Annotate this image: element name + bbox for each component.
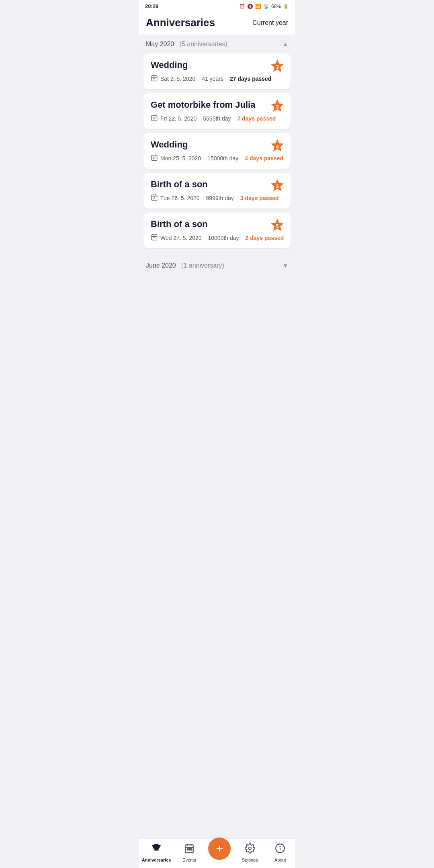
month-title-june2020: June 2020 (1 anniversary)	[146, 262, 224, 269]
cards-may2020: Wedding Sat 2. 5. 2020	[139, 53, 295, 252]
calendar-icon-3	[151, 154, 158, 162]
card-date-2: Fri 22. 5. 2020	[151, 114, 197, 123]
card-meta-1: Sat 2. 5. 2020 41 years 27 days passed	[151, 74, 284, 83]
month-header-may2020[interactable]: May 2020 (5 anniversaries) ▲	[139, 35, 295, 53]
signal-icon: 📡	[263, 4, 269, 9]
calendar-icon-1	[151, 74, 158, 83]
star-badge-4: 3	[270, 178, 285, 194]
years-text-5: 10000th day	[208, 235, 239, 241]
star-badge-1: 3	[270, 59, 285, 74]
star-number-1: 3	[276, 64, 278, 70]
years-text-4: 9999th day	[206, 195, 234, 201]
card-motorbike[interactable]: Get motorbike from Julia Fr	[143, 93, 291, 129]
card-title-3: Wedding	[151, 139, 284, 150]
card-meta-2: Fri 22. 5. 2020 5555th day 7 days passed	[151, 114, 284, 123]
filter-button[interactable]: Current year	[252, 19, 288, 27]
star-number-2: 3	[276, 104, 278, 110]
section-june2020: June 2020 (1 anniversary) ▼	[139, 256, 295, 275]
card-meta-3: Mon 25. 5. 2020 15000th day 4 days passe…	[151, 154, 284, 162]
days-text-4: 3 days passed	[240, 195, 279, 201]
years-text-3: 15000th day	[207, 155, 238, 162]
days-text-3: 4 days passed	[245, 155, 283, 162]
card-birth-1[interactable]: Birth of a son Tue 26. 5. 2	[143, 173, 291, 209]
mute-icon: 🔇	[247, 4, 253, 9]
card-birth-2[interactable]: Birth of a son Wed 27. 5. 2	[143, 213, 291, 248]
main-content: May 2020 (5 anniversaries) ▲ Wedding	[139, 35, 295, 315]
star-badge-2: 3	[270, 99, 285, 114]
card-title-1: Wedding	[151, 60, 284, 70]
date-text-2: Fri 22. 5. 2020	[160, 115, 197, 122]
date-text-5: Wed 27. 5. 2020	[160, 235, 201, 241]
days-text-1: 27 days passed	[230, 76, 272, 82]
card-date-1: Sat 2. 5. 2020	[151, 74, 195, 83]
date-text-3: Mon 25. 5. 2020	[160, 155, 201, 162]
star-number-5: 5	[276, 223, 278, 229]
days-text-5: 2 days passed	[246, 235, 284, 241]
date-text-4: Tue 26. 5. 2020	[160, 195, 200, 201]
star-number-4: 3	[276, 183, 278, 189]
star-badge-3: 4	[270, 139, 285, 154]
wifi-icon: 📶	[255, 4, 261, 9]
month-title-may2020: May 2020 (5 anniversaries)	[146, 41, 227, 48]
date-text-1: Sat 2. 5. 2020	[160, 76, 195, 82]
years-text-2: 5555th day	[203, 115, 231, 122]
app-header: Anniversaries Current year	[139, 12, 295, 35]
years-text-1: 41 years	[202, 76, 223, 82]
calendar-icon-5	[151, 233, 158, 242]
days-text-2: 7 days passed	[237, 115, 276, 122]
card-date-3: Mon 25. 5. 2020	[151, 154, 201, 162]
card-meta-5: Wed 27. 5. 2020 10000th day 2 days passe…	[151, 233, 284, 242]
status-icons: ⏰ 🔇 📶 📡 68% 🔋	[239, 4, 289, 9]
battery-icon: 🔋	[283, 4, 289, 9]
card-title-4: Birth of a son	[151, 179, 284, 190]
battery-text: 68%	[271, 4, 281, 9]
card-wedding-2[interactable]: Wedding Mon 25. 5. 2020	[143, 133, 291, 169]
chevron-may2020: ▲	[283, 41, 288, 47]
card-title-2: Get motorbike from Julia	[151, 100, 284, 110]
calendar-icon-4	[151, 194, 158, 202]
card-title-5: Birth of a son	[151, 219, 284, 229]
section-may2020: May 2020 (5 anniversaries) ▲ Wedding	[139, 35, 295, 252]
star-number-3: 4	[276, 143, 278, 149]
alarm-icon: ⏰	[239, 4, 245, 9]
page-title: Anniversaries	[146, 16, 215, 29]
star-badge-5: 5	[270, 218, 285, 233]
card-date-4: Tue 26. 5. 2020	[151, 194, 200, 202]
status-bar: 20:29 ⏰ 🔇 📶 📡 68% 🔋	[139, 0, 295, 12]
month-header-june2020[interactable]: June 2020 (1 anniversary) ▼	[139, 256, 295, 275]
card-date-5: Wed 27. 5. 2020	[151, 233, 201, 242]
status-time: 20:29	[145, 3, 158, 9]
calendar-icon-2	[151, 114, 158, 123]
chevron-june2020: ▼	[283, 262, 288, 269]
card-wedding-1[interactable]: Wedding Sat 2. 5. 2020	[143, 53, 291, 89]
card-meta-4: Tue 26. 5. 2020 9999th day 3 days passed	[151, 194, 284, 202]
